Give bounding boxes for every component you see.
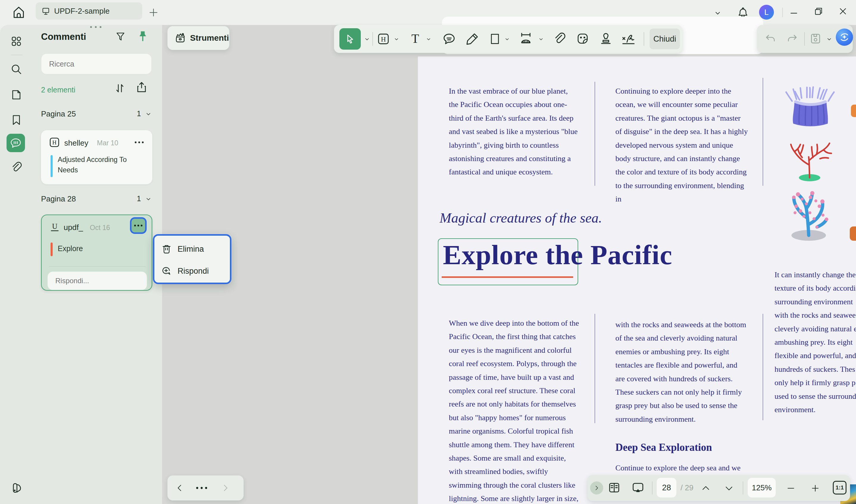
zoom-in-button[interactable]: [810, 483, 820, 493]
pager-prev-button[interactable]: [175, 483, 185, 493]
close-icon: [838, 6, 848, 17]
text-tool[interactable]: T: [408, 32, 422, 46]
doc-line: flexible and powerful, and: [774, 349, 856, 362]
sidebar-item-attachments[interactable]: [10, 161, 23, 175]
card-divider: [49, 266, 146, 267]
actual-size-button[interactable]: 1:1: [833, 481, 846, 494]
restore-button[interactable]: [813, 6, 824, 18]
close-annotation-button[interactable]: Chiudi: [650, 29, 680, 49]
panel-title: Commenti: [41, 32, 86, 42]
document-tab[interactable]: UPDF-2-sample: [36, 2, 142, 20]
new-tab-button[interactable]: [148, 7, 159, 18]
ai-assistant-button[interactable]: [836, 29, 853, 46]
group-count: 1: [137, 109, 141, 118]
sidebar-item-thumbnails[interactable]: [10, 35, 23, 49]
monitor-icon: [41, 6, 51, 16]
pin-button[interactable]: [136, 30, 149, 44]
comment-author: shelley: [64, 139, 88, 148]
panel-drag-handle[interactable]: [88, 25, 104, 29]
sidebar-item-pages[interactable]: [10, 89, 23, 102]
group-header-page28[interactable]: Pagina 28 1: [41, 194, 152, 203]
save-button[interactable]: [809, 32, 822, 45]
page-layout-button[interactable]: [607, 481, 621, 494]
previous-page-button[interactable]: [701, 483, 711, 493]
annotation-red-underline[interactable]: [442, 276, 573, 278]
tools-button[interactable]: Strumenti: [168, 26, 229, 50]
shape-tool-chevron[interactable]: [504, 36, 510, 42]
comment-context-menu: Elimina Rispondi: [153, 234, 231, 284]
search-input[interactable]: [41, 54, 152, 74]
menu-item-reply[interactable]: Rispondi: [154, 262, 230, 280]
zoom-out-button[interactable]: [786, 483, 796, 493]
column-divider: [763, 78, 763, 186]
fish-image-edge: [850, 227, 856, 241]
comment-card-updf-selected[interactable]: U updf_ Oct 16 Explore: [41, 215, 152, 291]
sort-button[interactable]: [113, 82, 126, 96]
pencil-tool[interactable]: [465, 32, 479, 46]
signature-tool[interactable]: [621, 32, 637, 46]
ai-swirl-icon: [838, 31, 851, 44]
comment-menu-button[interactable]: [134, 141, 144, 144]
menu-item-delete[interactable]: Elimina: [154, 240, 230, 258]
sticker-tool[interactable]: [576, 32, 590, 46]
highlight-tool-chevron[interactable]: [393, 36, 400, 42]
highlight-tool[interactable]: H: [377, 32, 390, 46]
home-button[interactable]: [11, 5, 26, 20]
close-button[interactable]: [838, 6, 848, 18]
trash-icon: [161, 244, 172, 255]
next-page-button[interactable]: [724, 483, 734, 493]
undo-button[interactable]: [764, 33, 777, 45]
select-tool-active[interactable]: [339, 28, 361, 50]
measure-tool[interactable]: [519, 32, 533, 46]
save-options-chevron[interactable]: [826, 36, 833, 43]
minimize-button[interactable]: [789, 8, 799, 19]
filter-funnel-icon: [115, 31, 126, 42]
highlight-tool-icon: H: [49, 137, 60, 148]
doc-line: hundreds of suckers. Thes: [774, 363, 856, 376]
sidebar-item-comments[interactable]: [6, 134, 25, 152]
reply-icon: [161, 265, 172, 277]
restore-icon: [813, 6, 824, 17]
doc-line: texture of its body accordi: [774, 282, 856, 295]
select-tool-chevron[interactable]: [364, 36, 371, 43]
pager-next-button[interactable]: [221, 483, 230, 493]
toolbar-separator: [372, 32, 373, 46]
filter-button[interactable]: [115, 31, 126, 43]
script-heading: Magical creatures of the sea.: [440, 210, 602, 226]
text-tool-chevron[interactable]: [425, 36, 432, 42]
sidebar-item-bookmarks[interactable]: [10, 113, 23, 127]
zoom-level-input[interactable]: 125%: [748, 478, 776, 498]
redo-button[interactable]: [786, 33, 798, 45]
comment-card-shelley[interactable]: H shelley Mar 10 Adjusted According To N…: [41, 130, 152, 184]
shape-tool[interactable]: [488, 32, 502, 46]
measure-tool-chevron[interactable]: [538, 36, 544, 42]
chevron-down-icon: [144, 110, 152, 118]
presentation-button[interactable]: [631, 481, 645, 494]
comment-tool[interactable]: [442, 32, 456, 46]
column-divider: [595, 314, 595, 423]
comment-author: updf_: [64, 223, 83, 232]
expand-button[interactable]: [590, 482, 603, 494]
search-icon: [10, 63, 23, 75]
account-avatar[interactable]: L: [759, 5, 774, 20]
zoom-level-value: 125%: [752, 483, 772, 492]
ellipsis-icon: [134, 224, 143, 227]
toolbar-separator: [804, 32, 805, 46]
comment-text: Adjusted According To Needs: [58, 155, 147, 175]
statusbar-separator: [743, 482, 743, 494]
stamp-tool[interactable]: [599, 32, 613, 46]
reply-box: [48, 272, 147, 290]
share-icon: [135, 81, 148, 94]
sidebar-item-search[interactable]: [10, 63, 23, 77]
comment-menu-button-focused[interactable]: [132, 219, 145, 232]
sidebar-item-appearance[interactable]: [10, 482, 23, 496]
pdf-page[interactable]: In the vast embrace of our blue planet, …: [418, 56, 856, 504]
pager-more-button[interactable]: [195, 486, 208, 490]
reply-input[interactable]: [48, 272, 147, 290]
attachment-tool[interactable]: [553, 32, 566, 46]
export-button[interactable]: [135, 81, 148, 95]
rail-divider: [11, 55, 23, 55]
group-header-page25[interactable]: Pagina 25 1: [41, 109, 152, 119]
page-number-input[interactable]: 28: [657, 478, 676, 498]
menu-item-label: Elimina: [178, 245, 204, 254]
